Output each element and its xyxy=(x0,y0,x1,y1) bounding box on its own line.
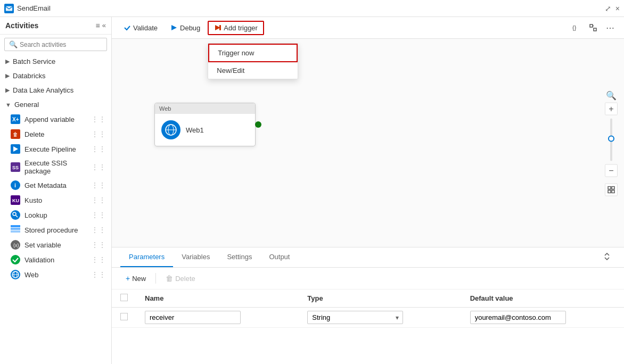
select-all-checkbox[interactable] xyxy=(120,294,128,301)
param-type-select[interactable]: String Int Float Bool Array Object Secur… xyxy=(307,311,403,324)
bottom-panel: Parameters Variables Settings Output + N… xyxy=(112,247,624,364)
toolbar: Validate Debug Add trigger xyxy=(112,17,624,39)
section-label: General xyxy=(14,101,39,109)
validate-button[interactable]: Validate xyxy=(118,22,163,34)
trigger-icon xyxy=(214,24,221,31)
drag-handle-icon: ⋮⋮ xyxy=(91,226,106,234)
row-checkbox[interactable] xyxy=(120,313,128,320)
play-icon xyxy=(170,24,178,31)
expand-icon[interactable]: ⤢ xyxy=(605,4,611,13)
stored-procedure-icon xyxy=(11,225,20,235)
toolbar-divider xyxy=(155,273,156,284)
tab-output[interactable]: Output xyxy=(260,247,298,267)
sidebar-item-execute-ssis[interactable]: SS Execute SSIS package ⋮⋮ xyxy=(0,156,111,178)
zoom-in-button[interactable]: + xyxy=(605,102,618,115)
drag-handle-icon: ⋮⋮ xyxy=(91,163,106,171)
window-title: SendEmail xyxy=(17,4,51,12)
sidebar-item-append-variable[interactable]: X+ Append variable ⋮⋮ xyxy=(0,112,111,127)
sidebar-header: Activities ≡ « xyxy=(0,17,111,35)
sidebar-item-web[interactable]: Web ⋮⋮ xyxy=(0,267,111,282)
sidebar-item-lookup[interactable]: Lookup ⋮⋮ xyxy=(0,208,111,222)
param-name-input[interactable] xyxy=(145,311,241,324)
sidebar-section-general[interactable]: ▼ General xyxy=(0,97,111,112)
type-column-header: Type xyxy=(299,289,461,308)
svg-text:🗑: 🗑 xyxy=(13,131,18,137)
tab-parameters[interactable]: Parameters xyxy=(120,247,173,267)
type-select-wrapper: String Int Float Bool Array Object Secur… xyxy=(307,311,403,324)
canvas-area: Validate Debug Add trigger xyxy=(112,17,624,364)
set-variable-icon: (x) xyxy=(11,240,20,250)
sidebar-group-label: Databricks xyxy=(13,72,45,80)
svg-marker-25 xyxy=(171,25,177,30)
lookup-icon xyxy=(11,210,20,220)
toolbar-right: {} ⋯ xyxy=(569,20,618,35)
label: Execute Pipeline xyxy=(24,145,76,153)
search-icon: 🔍 xyxy=(9,40,18,48)
zoom-out-button[interactable]: − xyxy=(605,164,618,177)
sidebar-item-validation[interactable]: Validation ⋮⋮ xyxy=(0,252,111,267)
trigger-now-item[interactable]: Trigger now xyxy=(208,44,298,62)
svg-rect-36 xyxy=(612,186,614,189)
sidebar-group-label: Batch Service xyxy=(13,57,55,65)
search-input[interactable] xyxy=(20,41,102,48)
more-options-button[interactable]: ⋯ xyxy=(603,20,618,35)
zoom-controls: 🔍 + − xyxy=(605,90,618,196)
sidebar-item-batch-service[interactable]: ▶ Batch Service xyxy=(0,54,111,69)
sidebar-item-execute-pipeline[interactable]: Execute Pipeline ⋮⋮ xyxy=(0,142,111,156)
debug-button[interactable]: Debug xyxy=(165,22,206,34)
add-trigger-wrapper: Add trigger Trigger now New/Edit xyxy=(208,21,264,35)
zoom-search-icon[interactable]: 🔍 xyxy=(606,90,617,100)
search-box[interactable]: 🔍 xyxy=(4,38,107,51)
sidebar-item-kusto[interactable]: KU Kusto ⋮⋮ xyxy=(0,193,111,208)
activity-node-web1[interactable]: Web Web1 xyxy=(154,103,256,146)
activity-node-connector[interactable] xyxy=(255,121,261,128)
drag-handle-icon: ⋮⋮ xyxy=(91,211,106,219)
app-icon xyxy=(4,4,14,13)
svg-text:X+: X+ xyxy=(12,117,19,122)
svg-text:i: i xyxy=(14,182,16,188)
new-parameter-button[interactable]: + New xyxy=(120,272,151,285)
collapse-panel-button[interactable] xyxy=(598,248,615,267)
svg-rect-27 xyxy=(219,25,221,30)
ellipsis-icon: ⋯ xyxy=(606,23,614,33)
drag-handle-icon: ⋮⋮ xyxy=(91,196,106,204)
zoom-slider[interactable] xyxy=(610,118,612,161)
chevron-right-icon: ▶ xyxy=(5,58,10,65)
validation-icon xyxy=(11,255,20,264)
close-button[interactable]: × xyxy=(615,4,620,13)
collapse-icon[interactable]: « xyxy=(102,21,106,30)
svg-text:{}: {} xyxy=(572,24,577,31)
tab-settings[interactable]: Settings xyxy=(218,247,260,267)
check-icon xyxy=(124,24,131,31)
param-row: String Int Float Bool Array Object Secur… xyxy=(112,308,624,328)
add-trigger-button[interactable]: Add trigger xyxy=(208,21,264,35)
new-edit-item[interactable]: New/Edit xyxy=(208,62,298,79)
label: Stored procedure xyxy=(24,226,78,234)
param-default-value-input[interactable] xyxy=(470,311,566,324)
sidebar-item-data-lake-analytics[interactable]: ▶ Data Lake Analytics xyxy=(0,83,111,97)
svg-rect-17 xyxy=(11,230,20,233)
sidebar-item-stored-procedure[interactable]: Stored procedure ⋮⋮ xyxy=(0,222,111,237)
name-column-header: Name xyxy=(136,289,299,308)
chevron-down-icon: ▼ xyxy=(5,102,11,108)
canvas[interactable]: Web Web1 🔍 + − xyxy=(112,39,624,247)
drag-handle-icon: ⋮⋮ xyxy=(91,130,106,138)
label: Validation xyxy=(24,256,54,264)
sidebar-item-set-variable[interactable]: (x) Set variable ⋮⋮ xyxy=(0,237,111,252)
sidebar-item-databricks[interactable]: ▶ Databricks xyxy=(0,69,111,83)
chevron-right-icon: ▶ xyxy=(5,72,10,79)
sidebar-item-delete[interactable]: 🗑 Delete ⋮⋮ xyxy=(0,127,111,142)
drag-handle-icon: ⋮⋮ xyxy=(91,145,106,153)
data-flow-button[interactable] xyxy=(586,20,601,35)
svg-point-20 xyxy=(11,255,20,264)
filter-icon[interactable]: ≡ xyxy=(96,21,100,30)
zoom-fit-button[interactable] xyxy=(605,183,618,196)
sidebar-item-get-metadata[interactable]: i Get Metadata ⋮⋮ xyxy=(0,178,111,193)
tab-variables[interactable]: Variables xyxy=(173,247,218,267)
delete-parameter-button[interactable]: 🗑 Delete xyxy=(160,272,201,285)
execute-pipeline-icon xyxy=(11,144,20,154)
svg-rect-38 xyxy=(612,190,614,193)
label: Get Metadata xyxy=(24,181,67,189)
code-view-button[interactable]: {} xyxy=(569,20,584,35)
svg-rect-29 xyxy=(590,24,593,27)
